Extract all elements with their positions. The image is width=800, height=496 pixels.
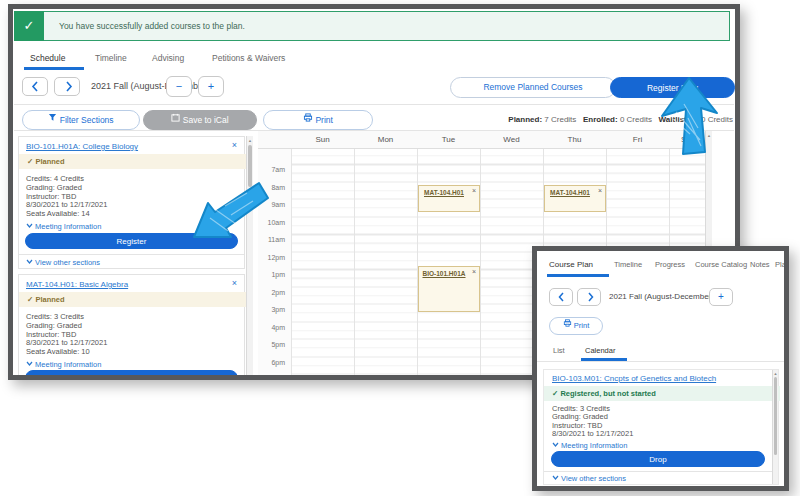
- save-to-ical-label: Save to iCal: [183, 115, 229, 125]
- tab-schedule[interactable]: Schedule: [30, 53, 65, 63]
- credits-summary: Planned: 7 Credits Enrolled: 0 Credits W…: [508, 115, 733, 124]
- printer-icon: [303, 113, 313, 122]
- chevron-down-icon: [552, 442, 559, 447]
- calendar-icon: [171, 113, 180, 122]
- calendar-event-mat104-thu[interactable]: MAT-104.H01 ×: [544, 185, 606, 212]
- chevron-right-icon: [55, 78, 81, 95]
- planned-credits-label: Planned:: [508, 115, 542, 124]
- register-now-button[interactable]: Register Now: [610, 77, 735, 98]
- divider: [537, 361, 784, 362]
- term-label: 2021 Fall (August-December): [609, 292, 714, 301]
- close-icon[interactable]: ×: [598, 187, 602, 194]
- course-title-link[interactable]: BIO-103.M01: Cncpts of Genetics and Biot…: [552, 374, 716, 383]
- success-message: You have successfully added courses to t…: [59, 12, 245, 40]
- scroll-up-icon[interactable]: ▲: [706, 133, 712, 138]
- chevron-down-icon: [26, 361, 33, 366]
- view-other-sections-link[interactable]: View other sections: [552, 474, 626, 483]
- left-panel-scrollbar[interactable]: ▲: [246, 136, 253, 375]
- seats-line: Seats Available: 14: [26, 210, 107, 219]
- time-label: 5pm: [258, 341, 285, 348]
- success-banner: ✓ You have successfully added courses to…: [14, 11, 730, 41]
- status-check-icon: ✓: [552, 389, 558, 398]
- close-icon[interactable]: ×: [472, 187, 476, 194]
- filter-sections-label: Filter Sections: [60, 115, 114, 125]
- drop-button[interactable]: Drop: [551, 451, 765, 467]
- event-title-link[interactable]: MAT-104.H01: [545, 189, 595, 196]
- prev-term-button[interactable]: [549, 288, 573, 306]
- add-term-button[interactable]: +: [198, 76, 224, 97]
- status-label: Registered, but not started: [560, 389, 655, 398]
- calendar-event-mat104-tue[interactable]: MAT-104.H01 ×: [418, 185, 480, 212]
- prev-term-button[interactable]: [22, 77, 48, 96]
- close-icon[interactable]: ×: [232, 140, 237, 150]
- print-label: Print: [574, 321, 589, 330]
- remove-term-button[interactable]: −: [166, 76, 192, 97]
- register-button[interactable]: Register: [25, 370, 238, 375]
- active-tab-underline: [24, 67, 84, 70]
- enrolled-credits-value: 0 Credits: [620, 115, 652, 124]
- event-title-link[interactable]: BIO-101.H01A: [419, 270, 469, 277]
- add-term-button[interactable]: +: [709, 288, 733, 306]
- course-card-mat104: MAT-104.H01: Basic Algebra × ✓ Planned C…: [18, 274, 245, 375]
- waitlisted-credits-value: 0 Credits: [701, 115, 733, 124]
- day-header-sun: Sun: [291, 135, 354, 144]
- meeting-information-label: Meeting Information: [35, 360, 101, 369]
- meeting-information-link[interactable]: Meeting Information: [26, 222, 101, 231]
- overlay-card-scrollbar[interactable]: ▲: [772, 370, 778, 484]
- scrollbar-thumb[interactable]: [774, 377, 777, 455]
- event-title-link[interactable]: MAT-104.H01: [419, 189, 469, 196]
- meeting-information-link[interactable]: Meeting Information: [552, 441, 627, 450]
- chevron-right-icon: [578, 289, 602, 305]
- chevron-down-icon: [26, 259, 33, 264]
- print-label: Print: [315, 115, 332, 125]
- success-check-icon: ✓: [14, 11, 44, 41]
- course-title-link[interactable]: MAT-104.H01: Basic Algebra: [26, 280, 128, 289]
- view-tab-calendar[interactable]: Calendar: [585, 346, 615, 355]
- divider: [19, 254, 244, 255]
- view-tab-list[interactable]: List: [553, 346, 565, 355]
- remove-planned-courses-button[interactable]: Remove Planned Courses: [450, 77, 616, 98]
- save-to-ical-button[interactable]: Save to iCal: [143, 110, 257, 130]
- day-header-tue: Tue: [417, 135, 480, 144]
- waitlisted-credits-label: Waitlisted:: [659, 115, 699, 124]
- divider: [544, 471, 772, 472]
- close-icon[interactable]: ×: [472, 268, 476, 275]
- tab-timeline[interactable]: Timeline: [614, 260, 642, 269]
- course-details: Credits: 4 Credits Grading: Graded Instr…: [26, 175, 107, 219]
- time-label: 1pm: [258, 271, 285, 278]
- time-label: 4pm: [258, 324, 285, 331]
- time-label: 3pm: [258, 306, 285, 313]
- status-banner-registered: ✓ Registered, but not started: [544, 386, 780, 401]
- filter-sections-button[interactable]: Filter Sections: [22, 110, 140, 130]
- tab-notes[interactable]: Notes: [750, 260, 770, 269]
- scroll-up-icon[interactable]: ▲: [247, 138, 253, 143]
- view-other-sections-label: View other sections: [561, 474, 626, 483]
- next-term-button[interactable]: [577, 288, 601, 306]
- print-button[interactable]: Print: [263, 110, 373, 130]
- print-button[interactable]: Print: [549, 317, 603, 335]
- meeting-information-link[interactable]: Meeting Information: [26, 360, 101, 369]
- time-label: 9am: [258, 201, 285, 208]
- status-banner-planned: ✓ Planned: [19, 154, 252, 169]
- view-other-sections-label: View other sections: [35, 258, 100, 267]
- next-term-button[interactable]: [54, 77, 80, 96]
- overlay-window: Course Plan Timeline Progress Course Cat…: [532, 246, 789, 491]
- tab-progress[interactable]: Progress: [655, 260, 685, 269]
- tab-timeline[interactable]: Timeline: [95, 53, 127, 63]
- day-header-sat: Sat: [669, 135, 705, 144]
- tab-advising[interactable]: Advising: [152, 53, 184, 63]
- status-check-icon: ✓: [27, 295, 33, 304]
- calendar-event-bio101-tue[interactable]: BIO-101.H01A ×: [418, 266, 480, 312]
- tab-petitions-waivers[interactable]: Petitions & Waivers: [212, 53, 285, 63]
- tab-course-catalog[interactable]: Course Catalog: [695, 260, 747, 269]
- close-icon[interactable]: ×: [232, 278, 237, 288]
- view-other-sections-link[interactable]: View other sections: [26, 258, 100, 267]
- scroll-up-icon[interactable]: ▲: [773, 371, 778, 376]
- scrollbar-thumb[interactable]: [248, 145, 252, 187]
- register-button[interactable]: Register: [25, 233, 238, 249]
- tab-plan[interactable]: Plan: [775, 260, 784, 269]
- course-title-link[interactable]: BIO-101.H01A: College Biology: [26, 142, 138, 151]
- tab-course-plan[interactable]: Course Plan: [549, 260, 593, 269]
- time-label: 11am: [258, 236, 285, 243]
- time-label: 10am: [258, 219, 285, 226]
